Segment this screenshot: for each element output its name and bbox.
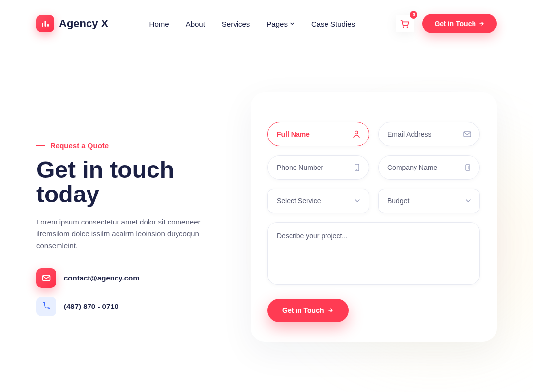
page-description: Lorem ipsum consectetur amet dolor sit c… xyxy=(36,216,231,252)
submit-button[interactable]: Get in Touch xyxy=(267,299,349,322)
chevron-down-icon xyxy=(465,197,472,204)
service-select[interactable]: Select Service xyxy=(267,189,369,213)
svg-rect-5 xyxy=(43,275,50,280)
nav-link-home[interactable]: Home xyxy=(149,20,169,28)
nav-link-pages[interactable]: Pages xyxy=(266,20,295,28)
main-nav: Home About Services Pages Case Studies xyxy=(149,20,355,28)
svg-point-4 xyxy=(407,27,408,28)
svg-rect-1 xyxy=(45,21,46,27)
eyebrow-label: Request a Quote xyxy=(36,141,231,150)
contact-phone-row: (487) 870 - 0710 xyxy=(36,297,231,316)
site-header: Agency X Home About Services Pages Case … xyxy=(0,0,533,33)
arrow-right-icon xyxy=(479,21,485,27)
logo-mark-icon xyxy=(36,15,54,32)
user-icon xyxy=(352,130,361,139)
header-cta-button[interactable]: Get in Touch xyxy=(422,14,497,33)
svg-rect-0 xyxy=(42,23,43,27)
mail-outline-icon xyxy=(463,130,472,139)
nav-link-about[interactable]: About xyxy=(186,20,205,28)
mail-icon xyxy=(36,268,56,288)
svg-point-6 xyxy=(355,131,358,134)
cart-icon xyxy=(399,18,410,29)
eyebrow-line-icon xyxy=(36,145,45,146)
building-icon xyxy=(464,163,472,172)
svg-point-9 xyxy=(356,169,357,170)
message-textarea[interactable]: Describe your project... xyxy=(267,222,480,285)
page-title: Get in touch today xyxy=(36,158,231,207)
contact-email-row: contact@agency.com xyxy=(36,268,231,288)
company-field[interactable]: Company Name xyxy=(378,155,480,180)
mobile-icon xyxy=(353,163,361,172)
cart-button[interactable]: 3 xyxy=(396,15,414,32)
brand-text: Agency X xyxy=(59,17,108,30)
nav-link-services[interactable]: Services xyxy=(222,20,250,28)
hero-text: Request a Quote Get in touch today Lorem… xyxy=(36,92,231,342)
svg-rect-10 xyxy=(466,165,470,170)
arrow-right-icon xyxy=(328,308,334,313)
logo[interactable]: Agency X xyxy=(36,15,108,32)
phone-field[interactable]: Phone Number xyxy=(267,155,369,180)
nav-link-case-studies[interactable]: Case Studies xyxy=(311,20,355,28)
contact-email[interactable]: contact@agency.com xyxy=(64,274,140,282)
chevron-down-icon xyxy=(354,197,361,204)
resize-handle-icon xyxy=(470,275,474,280)
budget-select[interactable]: Budget xyxy=(378,189,480,213)
full-name-field[interactable]: Full Name xyxy=(267,122,369,146)
chevron-down-icon xyxy=(290,21,295,26)
contact-form-card: Full Name Email Address Phone Number Com… xyxy=(251,92,497,342)
phone-icon xyxy=(36,297,56,316)
svg-rect-2 xyxy=(47,24,49,27)
contact-phone[interactable]: (487) 870 - 0710 xyxy=(64,302,118,310)
cart-count-badge: 3 xyxy=(410,11,417,19)
email-field[interactable]: Email Address xyxy=(378,122,480,146)
svg-point-3 xyxy=(403,27,405,28)
